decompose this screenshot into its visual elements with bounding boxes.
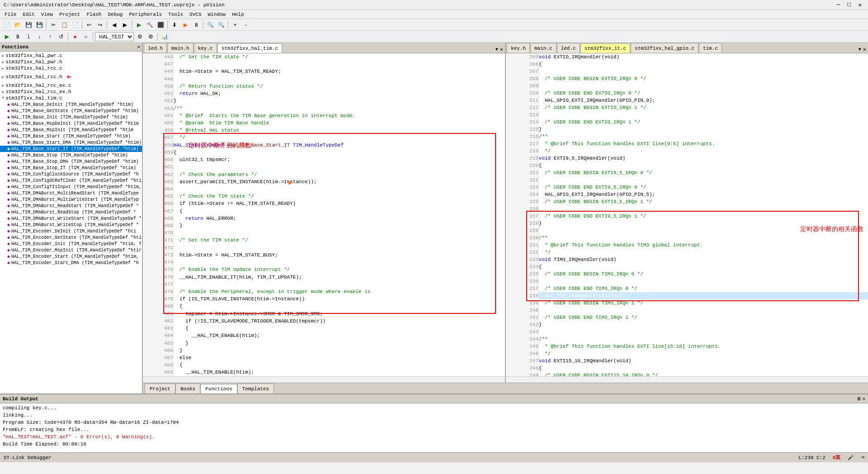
code-line-content[interactable] — [538, 68, 868, 75]
stop-button[interactable]: ⬛ — [156, 20, 165, 30]
code-line-content[interactable]: return HAL_ERROR; — [173, 215, 505, 222]
close-pane-left[interactable]: ✕ — [500, 46, 503, 53]
tab-dropdown-right[interactable]: ▼ — [859, 47, 861, 52]
tab-main-c[interactable]: main.c — [530, 43, 557, 53]
save-button[interactable]: 💾 — [24, 20, 33, 30]
tree-func-mspdeinit[interactable]: ◆ HAL_TIM_Base_MspDeInit (TIM_HandleType… — [0, 120, 142, 127]
code-line-content[interactable]: if (htim->State != HAL_TIM_STATE_READY) — [173, 200, 505, 207]
code-line-content[interactable] — [538, 227, 868, 234]
code-line-content[interactable]: HAL_TIM_IRQHandler(&htim3); — [538, 292, 868, 299]
code-line-content[interactable]: /* Enable the TIM Update interrupt */ — [173, 266, 505, 273]
tree-func-stop-dma[interactable]: ◆ HAL_TIM_Base_Stop_DMA (TIM_HandleTypeD… — [0, 158, 142, 165]
code-line-content[interactable]: */ — [538, 249, 868, 256]
bottom-tab-books[interactable]: Books — [175, 384, 200, 393]
code-line-content[interactable] — [173, 61, 505, 68]
tab-key-h[interactable]: key.h — [507, 43, 530, 53]
code-coverage-button[interactable]: 📊 — [160, 32, 170, 42]
code-line-content[interactable]: } — [173, 97, 505, 104]
code-line-content[interactable] — [173, 259, 505, 266]
code-line-content[interactable]: void EXTI9_5_IRQHandler(void) — [538, 155, 868, 162]
tree-func-start[interactable]: ◆ HAL_TIM_Base_Start (TIM_HandleTypeDef … — [0, 133, 142, 139]
code-line-content[interactable]: } — [538, 220, 868, 227]
tab-gpio-c[interactable]: stm32f1xx_hal_gpio.c — [631, 43, 698, 53]
tree-file-tim[interactable]: ▼ stm32f1xx_hal_tim.c — [0, 95, 142, 101]
download-button[interactable]: ⬇ — [170, 20, 179, 30]
menu-tools[interactable]: Tools — [165, 11, 186, 18]
cut-button[interactable]: ✂ — [48, 20, 58, 30]
menu-flash[interactable]: Flash — [84, 11, 104, 18]
tree-func-mspinit[interactable]: ◆ HAL_TIM_Base_MspInit (TIM_HandleTypeDe… — [0, 127, 142, 133]
code-line-content[interactable]: { — [173, 303, 505, 310]
code-line-content[interactable]: /* USER CODE BEGIN EXTI9_5_IRQn 0 */ — [538, 169, 868, 176]
code-line-content[interactable]: /* USER CODE BEGIN EXTIO_IRQn 1 */ — [538, 104, 868, 111]
code-line-content[interactable] — [538, 82, 868, 90]
menu-file[interactable]: File — [2, 11, 19, 18]
tree-func-init[interactable]: ◆ HAL_TIM_Base_Init (TIM_HandleTypeDef *… — [0, 114, 142, 120]
save-all-button[interactable]: 💾 — [34, 20, 44, 30]
code-line-content[interactable]: htim->State = HAL_TIM_STATE_BUSY; — [173, 251, 505, 259]
tree-file-rcc-ex-c[interactable]: ▶ stm32f1xx_hal_rcc_ex.c — [0, 82, 142, 89]
copy-button[interactable]: 📋 — [59, 20, 69, 30]
tree-func-enc-mspinit[interactable]: ◆ HAL_TIM_Encoder_MspInit (TIM_HandleTyp… — [0, 247, 142, 253]
tree-func-enc-deinit[interactable]: ◆ HAL_TIM_Encoder_DeInit (TIM_HandleType… — [0, 228, 142, 234]
code-line-content[interactable]: { — [173, 325, 505, 332]
code-line-content[interactable]: { — [173, 149, 505, 156]
code-line-content[interactable]: * @retval HAL status — [173, 127, 505, 134]
code-line-content[interactable]: /** — [538, 336, 868, 343]
step-in-button[interactable]: ↓ — [34, 32, 44, 42]
code-line-content[interactable]: { — [173, 361, 505, 369]
tab-main-h[interactable]: main.h — [167, 43, 193, 53]
tree-func-dma-multiread[interactable]: ◆ HAL_TIM_DMABurst_MultiReadStart (TIM_H… — [0, 190, 142, 196]
tree-file-rcc-ex-h[interactable]: ▶ stm32f1xx_hal_rcc_ex.h — [0, 89, 142, 95]
zoom-out-button[interactable]: - — [241, 20, 251, 30]
code-line-content[interactable]: /* USER CODE END TIM3_IRQn 0 */ — [538, 285, 868, 292]
code-line-content[interactable]: } — [538, 321, 868, 328]
tree-func-ti1input[interactable]: ◆ HAL_TIM_ConfigTI1Input (TIM_HandleType… — [0, 184, 142, 190]
code-line-content[interactable]: } — [173, 222, 505, 229]
code-line-content[interactable]: /* Check the parameters */ — [173, 171, 505, 178]
tab-tim-c[interactable]: stm32f1xx_hal_tim.c — [217, 43, 282, 53]
code-line-content[interactable] — [173, 229, 505, 237]
tree-func-dma-writestart[interactable]: ◆ HAL_TIM_DMABurst_WriteStart (TIM_Handl… — [0, 215, 142, 222]
debug-stop-button[interactable]: ⏸ — [191, 20, 201, 30]
target-selector[interactable]: HAL_TEST — [95, 32, 134, 41]
code-line-content[interactable]: if (!IS_TIM_SLAVEMODE_TRIGGER_ENABLED(tm… — [173, 318, 505, 325]
tree-file-rcc-h[interactable]: ▶ stm32f1xx_hal_rcc.h ➜ — [0, 71, 142, 82]
code-line-content[interactable]: } — [538, 126, 868, 133]
code-line-content[interactable] — [538, 176, 868, 184]
menu-debug[interactable]: Debug — [105, 11, 125, 18]
code-line-content[interactable]: * @brief This function handles TIM3 glob… — [538, 242, 868, 249]
run-button[interactable]: ▶ — [2, 32, 12, 42]
left-hscroll[interactable] — [143, 376, 505, 383]
code-line-content[interactable]: { — [538, 162, 868, 169]
code-line-content[interactable]: /** — [538, 133, 868, 140]
tree-func-getstate[interactable]: ◆ HAL_TIM_Base_GetState (TIM_HandleTypeD… — [0, 108, 142, 114]
code-line-content[interactable]: /* Check the TIM state */ — [173, 193, 505, 200]
pause-button[interactable]: ⏸ — [13, 32, 23, 42]
step-over-button[interactable]: ⤵ — [24, 32, 33, 42]
menu-help[interactable]: Help — [229, 11, 246, 18]
code-line-content[interactable]: __HAL_TIM_ENABLE_IT(htim, TIM_IT_UPDATE)… — [173, 274, 505, 281]
code-line-content[interactable] — [538, 205, 868, 213]
tree-func-dma-readstop[interactable]: ◆ HAL_TIM_DMABurst_ReadStop (TIM_HandleT… — [0, 209, 142, 215]
code-line-content[interactable] — [538, 278, 868, 285]
code-line-content[interactable]: htim->State = HAL_TIM_STATE_READY; — [173, 68, 505, 75]
code-line-content[interactable]: __HAL_TIM_ENABLE(htim); — [173, 369, 505, 376]
breakpoint-button[interactable]: ● — [70, 32, 80, 42]
code-line-content[interactable] — [173, 76, 505, 83]
step-out-button[interactable]: ↑ — [45, 32, 55, 42]
search-button[interactable]: 🔍 — [205, 20, 215, 30]
code-line-content[interactable] — [538, 328, 868, 336]
tree-func-enc-getstate[interactable]: ◆ HAL_TIM_Encoder_GetState (TIM_HandleTy… — [0, 234, 142, 241]
code-line-content[interactable]: { — [538, 61, 868, 68]
paste-button[interactable]: 📄 — [70, 20, 80, 30]
minimize-button[interactable]: ─ — [834, 1, 843, 9]
code-line-content[interactable]: * @brief This function handles EXTI line… — [538, 140, 868, 147]
code-line-content[interactable]: /* USER CODE END TIM3_IRQn 1 */ — [538, 314, 868, 321]
code-line-content[interactable]: HAL_GPIO_EXTI_IRQHandler(GPIO_PIN_5); — [538, 191, 868, 198]
code-line-content[interactable]: /* Return function status */ — [173, 83, 505, 90]
code-line-content[interactable]: assert_param(IS_TIM_INSTANCE(htim->Insta… — [173, 178, 505, 185]
code-line-content[interactable]: { — [173, 208, 505, 215]
code-line-content[interactable]: /* USER CODE BEGIN TIM3_IRQn 0 */ — [538, 270, 868, 278]
code-line-content[interactable]: { — [538, 263, 868, 270]
